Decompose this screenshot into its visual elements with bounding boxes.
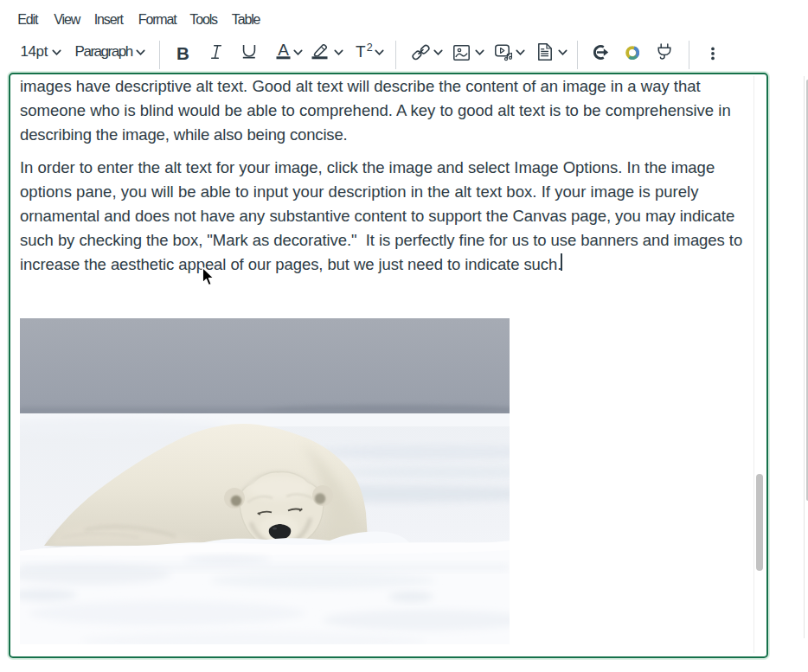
- svg-text:2: 2: [367, 43, 373, 54]
- svg-text:T: T: [356, 43, 366, 59]
